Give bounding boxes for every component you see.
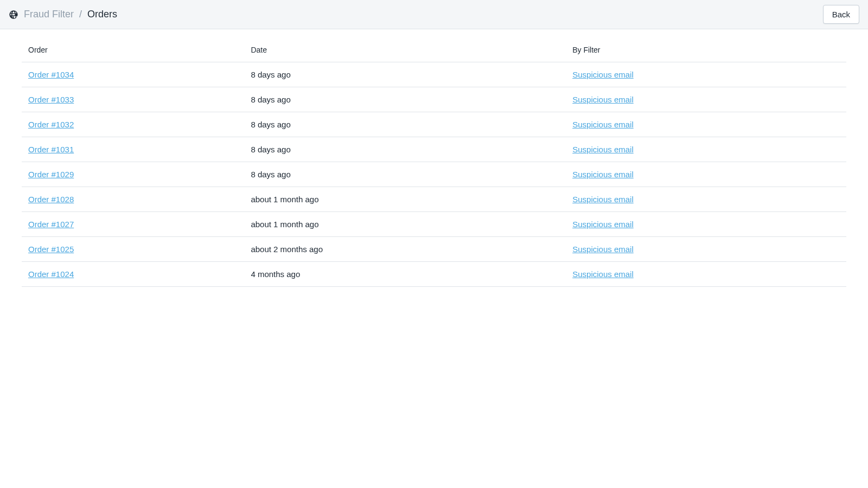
- order-link[interactable]: Order #1031: [28, 145, 74, 154]
- order-link[interactable]: Order #1029: [28, 170, 74, 179]
- filter-link[interactable]: Suspicious email: [572, 170, 634, 179]
- back-button[interactable]: Back: [823, 5, 859, 24]
- content: Order Date By Filter Order #10348 days a…: [0, 29, 868, 296]
- cell-order: Order #1029: [22, 162, 244, 187]
- cell-order: Order #1032: [22, 112, 244, 137]
- breadcrumb-root[interactable]: Fraud Filter: [24, 9, 74, 20]
- cell-date: about 2 months ago: [244, 237, 566, 262]
- cell-date: 8 days ago: [244, 137, 566, 162]
- table-row: Order #1025about 2 months agoSuspicious …: [22, 237, 846, 262]
- cell-date: 8 days ago: [244, 162, 566, 187]
- cell-order: Order #1033: [22, 87, 244, 112]
- cell-date: about 1 month ago: [244, 212, 566, 237]
- table-row: Order #10298 days agoSuspicious email: [22, 162, 846, 187]
- cell-filter: Suspicious email: [566, 162, 846, 187]
- cell-date: 8 days ago: [244, 62, 566, 87]
- order-link[interactable]: Order #1024: [28, 269, 74, 279]
- topbar: Fraud Filter / Orders Back: [0, 0, 868, 29]
- filter-link[interactable]: Suspicious email: [572, 195, 634, 204]
- order-link[interactable]: Order #1028: [28, 195, 74, 204]
- orders-table: Order Date By Filter Order #10348 days a…: [22, 38, 846, 287]
- column-header-filter: By Filter: [566, 38, 846, 62]
- cell-order: Order #1031: [22, 137, 244, 162]
- cell-filter: Suspicious email: [566, 237, 846, 262]
- table-row: Order #10244 months agoSuspicious email: [22, 262, 846, 287]
- cell-filter: Suspicious email: [566, 87, 846, 112]
- cell-filter: Suspicious email: [566, 112, 846, 137]
- cell-date: 8 days ago: [244, 112, 566, 137]
- table-row: Order #1028about 1 month agoSuspicious e…: [22, 187, 846, 212]
- table-header-row: Order Date By Filter: [22, 38, 846, 62]
- filter-link[interactable]: Suspicious email: [572, 220, 634, 229]
- order-link[interactable]: Order #1027: [28, 220, 74, 229]
- cell-order: Order #1034: [22, 62, 244, 87]
- cell-filter: Suspicious email: [566, 212, 846, 237]
- filter-link[interactable]: Suspicious email: [572, 120, 634, 129]
- app-globe-icon: [9, 10, 18, 20]
- filter-link[interactable]: Suspicious email: [572, 145, 634, 154]
- table-row: Order #1027about 1 month agoSuspicious e…: [22, 212, 846, 237]
- table-row: Order #10318 days agoSuspicious email: [22, 137, 846, 162]
- cell-filter: Suspicious email: [566, 62, 846, 87]
- table-row: Order #10348 days agoSuspicious email: [22, 62, 846, 87]
- cell-order: Order #1025: [22, 237, 244, 262]
- cell-date: about 1 month ago: [244, 187, 566, 212]
- breadcrumb: Fraud Filter / Orders: [9, 9, 117, 20]
- breadcrumb-separator: /: [79, 9, 82, 20]
- order-link[interactable]: Order #1033: [28, 95, 74, 104]
- cell-filter: Suspicious email: [566, 137, 846, 162]
- filter-link[interactable]: Suspicious email: [572, 269, 634, 279]
- order-link[interactable]: Order #1032: [28, 120, 74, 129]
- cell-date: 4 months ago: [244, 262, 566, 287]
- cell-filter: Suspicious email: [566, 187, 846, 212]
- order-link[interactable]: Order #1034: [28, 70, 74, 79]
- breadcrumb-current: Orders: [87, 9, 117, 20]
- table-row: Order #10328 days agoSuspicious email: [22, 112, 846, 137]
- cell-order: Order #1024: [22, 262, 244, 287]
- cell-order: Order #1028: [22, 187, 244, 212]
- cell-order: Order #1027: [22, 212, 244, 237]
- table-row: Order #10338 days agoSuspicious email: [22, 87, 846, 112]
- filter-link[interactable]: Suspicious email: [572, 95, 634, 104]
- order-link[interactable]: Order #1025: [28, 245, 74, 254]
- filter-link[interactable]: Suspicious email: [572, 70, 634, 79]
- cell-date: 8 days ago: [244, 87, 566, 112]
- cell-filter: Suspicious email: [566, 262, 846, 287]
- filter-link[interactable]: Suspicious email: [572, 245, 634, 254]
- column-header-date: Date: [244, 38, 566, 62]
- column-header-order: Order: [22, 38, 244, 62]
